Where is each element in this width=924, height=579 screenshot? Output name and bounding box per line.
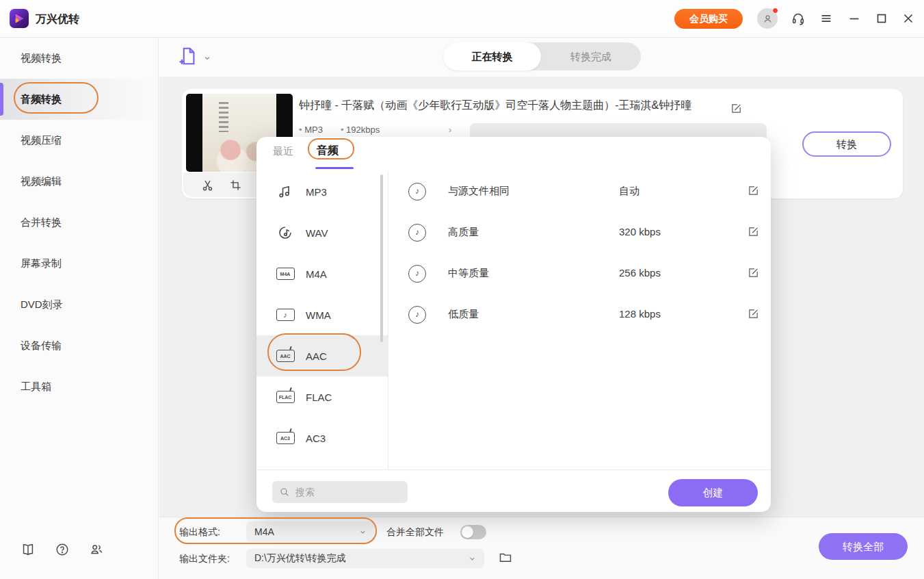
audio-preset-icon: ♪ (408, 224, 426, 242)
add-file-button[interactable] (179, 46, 211, 66)
menu-icon[interactable] (819, 11, 834, 26)
titlebar: 万兴优转 会员购买 (0, 0, 924, 38)
format-item-wav[interactable]: WAV (256, 212, 388, 253)
format-item-mp3[interactable]: MP3 (256, 171, 388, 212)
sidebar-item-video-convert[interactable]: 视频转换 (0, 38, 158, 79)
community-icon[interactable] (89, 542, 104, 557)
convert-button[interactable]: 转换 (802, 131, 891, 157)
preset-row-medium-quality[interactable]: ♪ 中等质量 256 kbps (388, 253, 771, 294)
user-guide-book-icon[interactable] (21, 542, 36, 557)
file-bitrate: 192kbps (341, 125, 380, 135)
close-button[interactable] (901, 11, 916, 26)
popup-tab-recent[interactable]: 最近 (273, 145, 293, 158)
file-meta: MP3 192kbps (299, 125, 380, 135)
format-list-scrollbar[interactable] (380, 175, 383, 342)
open-folder-icon[interactable] (499, 550, 512, 564)
merge-all-toggle[interactable] (460, 525, 486, 539)
meta-chevron-right-icon: › (449, 125, 451, 135)
aac-box-icon: AAC (276, 348, 295, 364)
chevron-down-icon (359, 528, 367, 536)
music-note-icon (276, 183, 295, 200)
create-custom-button[interactable]: 创建 (668, 479, 758, 506)
convert-status-tabs: 正在转换 转换完成 (443, 42, 641, 70)
m4a-box-icon: M4A (276, 266, 295, 282)
wav-disc-icon (276, 224, 295, 241)
audio-preset-icon: ♪ (408, 306, 426, 324)
chevron-down-icon (203, 54, 211, 62)
edit-preset-icon[interactable] (748, 226, 759, 237)
tab-finished[interactable]: 转换完成 (541, 42, 641, 70)
format-item-aac-selected[interactable]: AAC AAC (256, 335, 388, 376)
output-format-label: 输出格式: (179, 526, 220, 539)
content-toolbar: 正在转换 转换完成 (159, 38, 924, 77)
rename-edit-icon[interactable] (730, 103, 742, 114)
account-avatar[interactable] (757, 8, 778, 29)
wma-box-icon: ♪ (276, 307, 295, 323)
maximize-button[interactable] (874, 11, 889, 26)
audio-preset-icon: ♪ (408, 183, 426, 201)
popup-tab-audio[interactable]: 音频 (317, 144, 339, 158)
sidebar-footer (21, 542, 104, 557)
sidebar-item-merge-convert[interactable]: 合并转换 (0, 202, 158, 243)
format-picker-popup: 最近 音频 MP3 WAV M4A M4A ♪ WMA (256, 137, 771, 512)
crop-icon[interactable] (229, 179, 242, 192)
format-list: MP3 WAV M4A M4A ♪ WMA AAC AAC FLAC (256, 171, 388, 469)
audio-preset-icon: ♪ (408, 265, 426, 283)
app-logo-icon (10, 9, 29, 28)
preset-row-low-quality[interactable]: ♪ 低质量 128 kbps (388, 294, 771, 335)
format-search-box[interactable] (272, 481, 408, 503)
convert-all-button[interactable]: 转换全部 (819, 533, 908, 560)
format-item-m4a[interactable]: M4A M4A (256, 253, 388, 294)
preset-row-same-as-source[interactable]: ♪ 与源文件相同 自动 (388, 171, 771, 212)
output-folder-dropdown[interactable]: D:\万兴优转\转换完成 (246, 549, 484, 568)
edit-preset-icon[interactable] (748, 308, 759, 320)
tab-converting[interactable]: 正在转换 (443, 42, 541, 70)
notification-dot (772, 8, 778, 14)
sidebar-item-device-transfer[interactable]: 设备传输 (0, 325, 158, 366)
search-icon (279, 487, 290, 498)
popup-bottom-bar: 创建 (256, 469, 771, 512)
sidebar-item-screen-record[interactable]: 屏幕录制 (0, 243, 158, 284)
file-format: MP3 (299, 125, 323, 135)
sidebar-item-video-compress[interactable]: 视频压缩 (0, 120, 158, 161)
add-file-icon (179, 46, 198, 66)
ac3-box-icon: AC3 (276, 430, 295, 446)
trim-scissors-icon[interactable] (201, 179, 214, 192)
edit-preset-icon[interactable] (748, 267, 759, 279)
format-item-wma[interactable]: ♪ WMA (256, 294, 388, 335)
file-title: 钟抒曈 - 千落赋（动画《少年歌行互动版》司空千落人物主题曲）-王瑞淇&钟抒曈 (299, 99, 901, 113)
format-item-flac[interactable]: FLAC FLAC (256, 376, 388, 417)
sidebar: 视频转换 音频转换 视频压缩 视频编辑 合并转换 屏幕录制 DVD刻录 设备传输… (0, 38, 159, 579)
app-title: 万兴优转 (36, 12, 79, 27)
output-settings-bar: 输出格式: M4A 合并全部文件 输出文件夹: D:\万兴优转\转换完成 转换全… (159, 517, 924, 579)
chevron-down-icon (468, 555, 476, 563)
sidebar-item-dvd-burn[interactable]: DVD刻录 (0, 284, 158, 325)
sidebar-item-video-edit[interactable]: 视频编辑 (0, 161, 158, 202)
format-item-ac3[interactable]: AC3 AC3 (256, 417, 388, 459)
support-headset-icon[interactable] (791, 11, 806, 26)
sidebar-item-audio-convert[interactable]: 音频转换 (0, 79, 158, 120)
sidebar-item-toolbox[interactable]: 工具箱 (0, 366, 158, 407)
minimize-button[interactable] (847, 11, 862, 26)
search-input[interactable] (295, 487, 398, 498)
output-format-dropdown[interactable]: M4A (246, 522, 375, 542)
output-folder-label: 输出文件夹: (179, 553, 230, 565)
merge-all-label: 合并全部文件 (386, 526, 444, 539)
app-window: 万兴优转 会员购买 视频转换 音频转换 视频压缩 视频编辑 合并转换 屏幕录制 … (0, 0, 924, 579)
active-tab-underline (315, 167, 354, 169)
edit-preset-icon[interactable] (748, 185, 759, 196)
preset-row-high-quality[interactable]: ♪ 高质量 320 kbps (388, 212, 771, 253)
membership-buy-button[interactable]: 会员购买 (674, 9, 743, 29)
help-icon[interactable] (55, 542, 70, 557)
flac-box-icon: FLAC (276, 389, 295, 405)
